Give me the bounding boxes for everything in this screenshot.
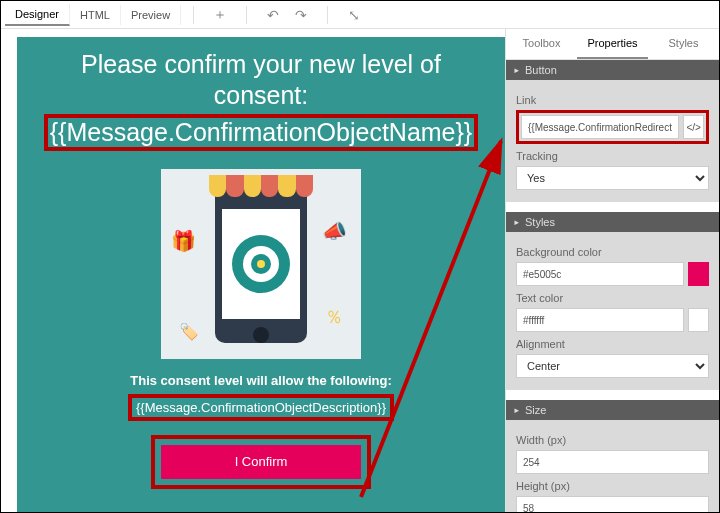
allow-text: This consent level will allow the follow…: [35, 373, 487, 388]
tracking-select[interactable]: Yes: [516, 166, 709, 190]
label-textcolor: Text color: [516, 292, 709, 304]
link-input[interactable]: [521, 115, 679, 139]
label-height: Height (px): [516, 480, 709, 492]
bgcolor-swatch[interactable]: [688, 262, 709, 286]
confirm-highlight: I Confirm: [151, 435, 371, 489]
undo-icon[interactable]: ↶: [259, 1, 287, 29]
code-button[interactable]: </>: [683, 115, 704, 139]
panel-tab-properties[interactable]: Properties: [577, 29, 648, 59]
label-bgcolor: Background color: [516, 246, 709, 258]
panel-tab-toolbox[interactable]: Toolbox: [506, 29, 577, 59]
link-field-highlight: </>: [516, 110, 709, 144]
tab-preview[interactable]: Preview: [121, 5, 181, 25]
redo-icon[interactable]: ↷: [287, 1, 315, 29]
section-styles[interactable]: Styles: [506, 212, 719, 232]
label-width: Width (px): [516, 434, 709, 446]
merge-field-description[interactable]: {{Message.ConfirmationObjectDescription}…: [128, 394, 394, 421]
label-alignment: Alignment: [516, 338, 709, 350]
width-input[interactable]: [516, 450, 709, 474]
top-toolbar: Designer HTML Preview ＋ ↶ ↷ ⤡: [1, 1, 719, 29]
tab-html[interactable]: HTML: [70, 5, 121, 25]
tab-designer[interactable]: Designer: [5, 4, 70, 26]
design-canvas[interactable]: Please confirm your new level of consent…: [1, 29, 505, 512]
add-icon[interactable]: ＋: [206, 1, 234, 29]
section-button[interactable]: Button: [506, 60, 719, 80]
phone-graphic: [215, 185, 307, 343]
illustration: 🎁 🏷️ 📣 ％: [161, 169, 361, 359]
sale-tag-icon: 🏷️: [179, 322, 199, 341]
properties-panel: Toolbox Properties Styles Button Link </…: [505, 29, 719, 512]
percent-icon: ％: [325, 305, 343, 329]
label-tracking: Tracking: [516, 150, 709, 162]
megaphone-icon: 📣: [322, 219, 347, 243]
merge-field-name[interactable]: {{Message.ConfirmationObjectName}}: [44, 114, 478, 151]
section-size[interactable]: Size: [506, 400, 719, 420]
panel-tab-styles[interactable]: Styles: [648, 29, 719, 59]
heading-text: Please confirm your new level of consent…: [35, 49, 487, 112]
gift-icon: 🎁: [171, 229, 196, 253]
bgcolor-input[interactable]: [516, 262, 684, 286]
alignment-select[interactable]: Center: [516, 354, 709, 378]
textcolor-swatch[interactable]: [688, 308, 709, 332]
textcolor-input[interactable]: [516, 308, 684, 332]
height-input[interactable]: [516, 496, 709, 512]
label-link: Link: [516, 94, 709, 106]
confirm-button[interactable]: I Confirm: [161, 445, 361, 479]
collapse-icon[interactable]: ⤡: [340, 1, 368, 29]
